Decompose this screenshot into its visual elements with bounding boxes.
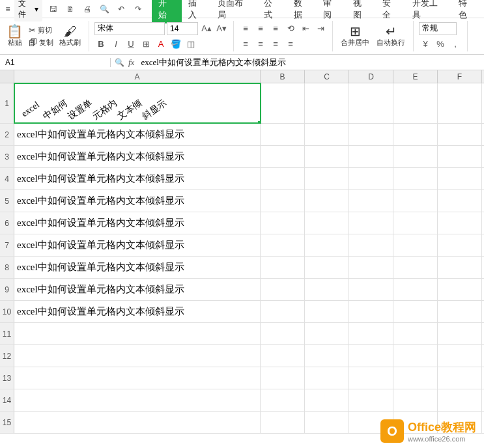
col-header-f[interactable]: F: [438, 70, 482, 83]
cell[interactable]: [393, 83, 438, 123]
name-box[interactable]: [0, 58, 111, 67]
cell[interactable]: [393, 168, 438, 189]
cell[interactable]: [305, 412, 349, 433]
tab-formula[interactable]: 公式: [257, 0, 287, 23]
cell[interactable]: [349, 257, 393, 278]
formula-input[interactable]: [138, 57, 484, 68]
tab-insert[interactable]: 插入: [182, 0, 211, 23]
cell[interactable]: [349, 168, 393, 189]
font-size-select[interactable]: [167, 22, 198, 35]
cell[interactable]: [349, 146, 393, 167]
tab-view[interactable]: 视图: [347, 0, 376, 23]
cell[interactable]: [438, 190, 482, 212]
row-header[interactable]: 7: [0, 234, 14, 256]
cell[interactable]: [261, 146, 305, 167]
undo-icon[interactable]: ↶: [115, 5, 127, 14]
cell[interactable]: [349, 212, 393, 234]
cell[interactable]: [14, 389, 261, 411]
cell[interactable]: [393, 389, 438, 411]
cell[interactable]: [349, 367, 393, 389]
cell[interactable]: [393, 146, 438, 167]
cell[interactable]: [261, 124, 305, 145]
cell[interactable]: [438, 301, 482, 322]
increase-font-icon[interactable]: A▴: [200, 22, 213, 35]
indent-decrease-icon[interactable]: ⇤: [299, 22, 312, 35]
cell[interactable]: [393, 301, 438, 322]
fill-color-button[interactable]: 🪣: [169, 38, 182, 51]
border-button[interactable]: ⊞: [139, 38, 152, 51]
wrap-text-button[interactable]: ↵ 自动换行: [374, 23, 408, 49]
cell[interactable]: [438, 345, 482, 367]
row-header[interactable]: 15: [0, 412, 14, 433]
row-header[interactable]: 14: [0, 389, 14, 411]
cell[interactable]: [14, 367, 261, 389]
cell[interactable]: [349, 301, 393, 322]
cell[interactable]: [261, 212, 305, 234]
cell[interactable]: [305, 190, 349, 212]
copy-button[interactable]: 🗐复制: [27, 37, 55, 48]
row-header[interactable]: 3: [0, 146, 14, 167]
font-name-select[interactable]: [94, 22, 165, 35]
cell[interactable]: excel中如何设置单元格内文本倾斜显示: [14, 190, 261, 212]
select-all-corner[interactable]: [0, 70, 14, 83]
cell[interactable]: [14, 412, 261, 433]
lookup-icon[interactable]: 🔍: [115, 58, 124, 67]
decrease-font-icon[interactable]: A▾: [215, 22, 228, 35]
row-header[interactable]: 6: [0, 212, 14, 234]
currency-icon[interactable]: ¥: [419, 38, 432, 51]
cell[interactable]: [305, 212, 349, 234]
fill-handle[interactable]: [258, 121, 261, 123]
row-header[interactable]: 13: [0, 367, 14, 389]
indent-increase-icon[interactable]: ⇥: [314, 22, 327, 35]
align-justify-icon[interactable]: ≡: [284, 38, 297, 51]
cell[interactable]: excel中如何设置单元格内文本倾斜显示: [14, 146, 261, 167]
cell-style-button[interactable]: ◫: [184, 38, 197, 51]
cell[interactable]: [438, 367, 482, 389]
cell[interactable]: [438, 323, 482, 344]
save-as-icon[interactable]: 🗎: [64, 5, 76, 14]
cell[interactable]: [438, 257, 482, 278]
font-color-button[interactable]: A: [154, 38, 167, 51]
col-header-a[interactable]: A: [14, 70, 261, 83]
tab-home[interactable]: 开始: [152, 0, 181, 23]
cell[interactable]: [438, 83, 482, 123]
tab-review[interactable]: 审阅: [317, 0, 346, 23]
cell[interactable]: excel中如何设置单元格内文本倾斜显示: [14, 257, 261, 278]
row-header[interactable]: 10: [0, 301, 14, 322]
cell[interactable]: [261, 389, 305, 411]
number-format-select[interactable]: [419, 22, 457, 35]
tab-special[interactable]: 特色: [452, 0, 481, 23]
italic-button[interactable]: I: [109, 38, 122, 51]
col-header-b[interactable]: B: [261, 70, 305, 83]
cell[interactable]: [305, 345, 349, 367]
tab-developer[interactable]: 开发工具: [406, 0, 452, 23]
fx-label[interactable]: fx: [128, 57, 134, 68]
cell[interactable]: [261, 257, 305, 278]
col-header-e[interactable]: E: [393, 70, 438, 83]
cell[interactable]: [305, 257, 349, 278]
cell[interactable]: [349, 83, 393, 123]
cell[interactable]: [261, 367, 305, 389]
comma-icon[interactable]: ,: [449, 38, 462, 51]
cell[interactable]: [393, 234, 438, 256]
cell[interactable]: [438, 168, 482, 189]
cell[interactable]: [305, 301, 349, 322]
cell[interactable]: [305, 146, 349, 167]
cell[interactable]: [305, 389, 349, 411]
cell[interactable]: [14, 323, 261, 344]
col-header-d[interactable]: D: [349, 70, 393, 83]
cell[interactable]: [349, 389, 393, 411]
align-left-icon[interactable]: ≡: [239, 38, 252, 51]
paste-button[interactable]: 📋 粘贴: [4, 23, 25, 49]
cell[interactable]: [438, 279, 482, 300]
cell[interactable]: [393, 190, 438, 212]
row-header[interactable]: 1: [0, 83, 14, 123]
tab-security[interactable]: 安全: [376, 0, 405, 23]
cell[interactable]: [349, 234, 393, 256]
tab-data[interactable]: 数据: [287, 0, 317, 23]
row-header[interactable]: 9: [0, 279, 14, 300]
row-header[interactable]: 11: [0, 323, 14, 344]
align-center-icon[interactable]: ≡: [254, 38, 267, 51]
row-header[interactable]: 12: [0, 345, 14, 367]
align-top-icon[interactable]: ≡: [239, 22, 252, 35]
